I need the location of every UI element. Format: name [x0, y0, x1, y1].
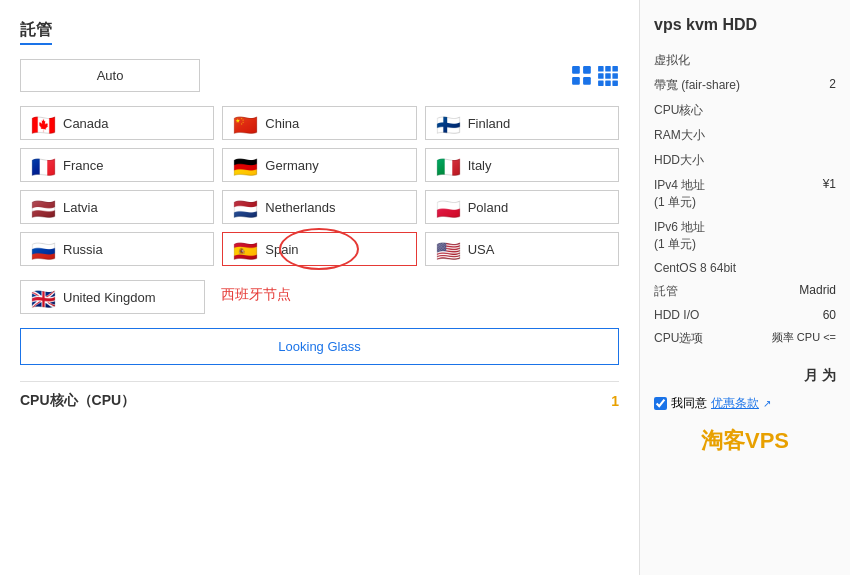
country-name-poland: Poland	[468, 200, 508, 215]
spec-label-managed: 託管	[654, 279, 758, 304]
spec-row-hddio: HDD I/O 60	[654, 304, 836, 326]
country-france[interactable]: France	[20, 148, 214, 182]
flag-poland	[436, 199, 460, 215]
svg-rect-5	[605, 66, 611, 72]
agree-link-icon: ↗	[763, 398, 771, 409]
month-label: 月 为	[654, 367, 836, 385]
country-china[interactable]: China	[222, 106, 416, 140]
flag-latvia	[31, 199, 55, 215]
country-grid: Canada China Finland France Germany Ital…	[20, 106, 619, 266]
svg-rect-2	[572, 77, 580, 85]
spec-row-ram: RAM大小	[654, 123, 836, 148]
agree-row: 我同意 优惠条款 ↗	[654, 395, 836, 412]
svg-rect-4	[598, 66, 604, 72]
svg-rect-10	[598, 80, 604, 86]
section-title: 託管	[20, 20, 52, 45]
flag-uk	[31, 289, 55, 305]
country-latvia[interactable]: Latvia	[20, 190, 214, 224]
left-panel: 託管 Auto	[0, 0, 640, 575]
country-name-finland: Finland	[468, 116, 511, 131]
agree-checkbox[interactable]	[654, 397, 667, 410]
spec-label-ram: RAM大小	[654, 123, 758, 148]
country-poland[interactable]: Poland	[425, 190, 619, 224]
cpu-value: 1	[611, 393, 619, 409]
svg-rect-8	[605, 73, 611, 79]
country-name-russia: Russia	[63, 242, 103, 257]
flag-italy	[436, 157, 460, 173]
spec-row-bandwidth: 帶寬 (fair-share) 2	[654, 73, 836, 98]
spec-label-cpu: CPU核心	[654, 98, 758, 123]
spec-row-managed: 託管 Madrid	[654, 279, 836, 304]
spec-row-virtualization: 虚拟化	[654, 48, 836, 73]
spec-value-virtualization	[758, 48, 836, 73]
country-germany[interactable]: Germany	[222, 148, 416, 182]
spec-row-cpuoption: CPU选项 频率 CPU <=	[654, 326, 836, 351]
cpu-label: CPU核心（CPU）	[20, 392, 135, 410]
svg-rect-11	[605, 80, 611, 86]
country-name-canada: Canada	[63, 116, 109, 131]
spec-value-ipv4: ¥1	[758, 173, 836, 215]
spec-label-virtualization: 虚拟化	[654, 48, 758, 73]
spec-table: 虚拟化 帶寬 (fair-share) 2 CPU核心 RAM大小 HDD大小 …	[654, 48, 836, 351]
flag-france	[31, 157, 55, 173]
brand-watermark: 淘客VPS	[654, 426, 836, 456]
spec-label-hddio: HDD I/O	[654, 304, 758, 326]
spec-label-ipv4: IPv4 地址(1 单元)	[654, 173, 758, 215]
right-title: vps kvm HDD	[654, 16, 836, 34]
spec-value-ram	[758, 123, 836, 148]
spec-label-cpuoption: CPU选项	[654, 326, 758, 351]
spec-row-ipv6: IPv6 地址(1 单元)	[654, 215, 836, 257]
country-name-china: China	[265, 116, 299, 131]
grid-small-icon[interactable]	[571, 65, 593, 87]
spec-value-hddio: 60	[758, 304, 836, 326]
flag-netherlands	[233, 199, 257, 215]
spec-value-managed: Madrid	[758, 279, 836, 304]
auto-row: Auto	[20, 59, 619, 92]
country-name-netherlands: Netherlands	[265, 200, 335, 215]
spec-value-centos	[758, 257, 836, 279]
grid-large-icon[interactable]	[597, 65, 619, 87]
country-spain[interactable]: Spain	[222, 232, 416, 266]
svg-rect-0	[572, 66, 580, 74]
cpu-row: CPU核心（CPU） 1	[20, 381, 619, 410]
spec-label-bandwidth: 帶寬 (fair-share)	[654, 73, 758, 98]
spec-row-cpu: CPU核心	[654, 98, 836, 123]
flag-germany	[233, 157, 257, 173]
spec-row-centos: CentOS 8 64bit	[654, 257, 836, 279]
looking-glass-button[interactable]: Looking Glass	[20, 328, 619, 365]
auto-button[interactable]: Auto	[20, 59, 200, 92]
spec-value-cpuoption: 频率 CPU <=	[758, 326, 836, 351]
spec-value-bandwidth: 2	[758, 73, 836, 98]
country-name-italy: Italy	[468, 158, 492, 173]
country-netherlands[interactable]: Netherlands	[222, 190, 416, 224]
flag-usa	[436, 241, 460, 257]
spec-label-centos: CentOS 8 64bit	[654, 257, 758, 279]
country-name-uk: United Kingdom	[63, 290, 156, 305]
country-uk[interactable]: United Kingdom	[20, 280, 205, 314]
flag-russia	[31, 241, 55, 257]
flag-spain	[233, 241, 257, 257]
svg-rect-12	[612, 80, 618, 86]
spain-note: 西班牙节点	[221, 286, 291, 304]
country-name-latvia: Latvia	[63, 200, 98, 215]
flag-finland	[436, 115, 460, 131]
spec-label-hdd: HDD大小	[654, 148, 758, 173]
svg-rect-7	[598, 73, 604, 79]
agree-link[interactable]: 优惠条款	[711, 395, 759, 412]
spec-value-cpu	[758, 98, 836, 123]
country-canada[interactable]: Canada	[20, 106, 214, 140]
country-russia[interactable]: Russia	[20, 232, 214, 266]
spec-row-ipv4: IPv4 地址(1 单元) ¥1	[654, 173, 836, 215]
country-usa[interactable]: USA	[425, 232, 619, 266]
country-finland[interactable]: Finland	[425, 106, 619, 140]
svg-rect-3	[583, 77, 591, 85]
grid-icons	[571, 65, 619, 87]
right-panel: vps kvm HDD 虚拟化 帶寬 (fair-share) 2 CPU核心 …	[640, 0, 850, 575]
svg-rect-9	[612, 73, 618, 79]
country-name-spain: Spain	[265, 242, 298, 257]
spec-value-ipv6	[758, 215, 836, 257]
country-italy[interactable]: Italy	[425, 148, 619, 182]
country-name-france: France	[63, 158, 103, 173]
country-name-usa: USA	[468, 242, 495, 257]
svg-rect-6	[612, 66, 618, 72]
